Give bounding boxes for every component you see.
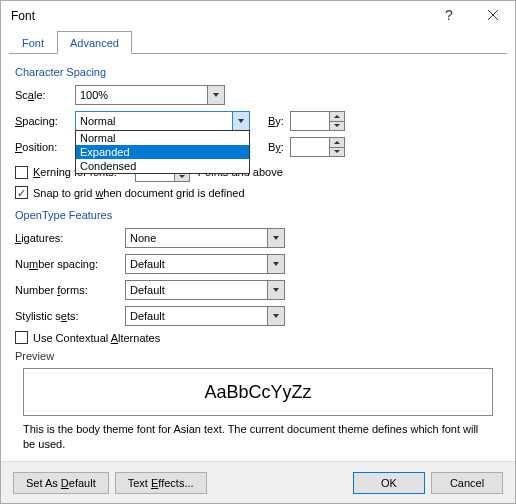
spacing-by-input[interactable]	[290, 111, 345, 131]
snap-to-grid-label: Snap to grid when document grid is defin…	[33, 187, 245, 199]
set-as-default-button[interactable]: Set As Default	[13, 472, 109, 494]
dialog-footer: Set As Default Text Effects... OK Cancel	[1, 461, 515, 503]
chevron-down-icon	[232, 112, 249, 130]
number-spacing-label: Number spacing:	[15, 258, 125, 270]
scale-value: 100%	[80, 89, 108, 101]
ok-button[interactable]: OK	[353, 472, 425, 494]
tab-advanced-label: Advanced	[70, 37, 119, 49]
chevron-down-icon	[267, 229, 284, 247]
spacing-label: Spacing:	[15, 115, 75, 127]
scale-select[interactable]: 100%	[75, 85, 225, 105]
number-spacing-value: Default	[130, 258, 165, 270]
number-forms-label: Number forms:	[15, 284, 125, 296]
spin-down-icon[interactable]	[329, 148, 344, 157]
position-by-input[interactable]	[290, 137, 345, 157]
spin-up-icon[interactable]	[329, 112, 344, 122]
ligatures-value: None	[130, 232, 156, 244]
stylistic-sets-select[interactable]: Default	[125, 306, 285, 326]
number-spacing-select[interactable]: Default	[125, 254, 285, 274]
font-dialog: Font ? Font Advanced Character Spacing S…	[0, 0, 516, 504]
chevron-down-icon	[207, 86, 224, 104]
contextual-alternates-checkbox[interactable]	[15, 331, 28, 344]
help-button[interactable]: ?	[427, 1, 471, 29]
text-effects-button[interactable]: Text Effects...	[115, 472, 207, 494]
spacing-by-label: By:	[268, 115, 284, 127]
spacing-option-normal[interactable]: Normal	[76, 131, 249, 145]
spin-down-icon[interactable]	[329, 122, 344, 131]
spacing-value: Normal	[80, 115, 115, 127]
text-effects-label: Text Effects...	[128, 477, 194, 489]
tab-font-label: Font	[22, 37, 44, 49]
spacing-select[interactable]: Normal	[75, 111, 250, 131]
snap-to-grid-checkbox[interactable]	[15, 186, 28, 199]
number-forms-value: Default	[130, 284, 165, 296]
position-by-label: By:	[268, 141, 284, 153]
ligatures-label: Ligatures:	[15, 232, 125, 244]
number-forms-select[interactable]: Default	[125, 280, 285, 300]
contextual-alternates-label: Use Contextual Alternates	[33, 332, 160, 344]
set-as-default-label: Set As Default	[26, 477, 96, 489]
preview-description: This is the body theme font for Asian te…	[23, 422, 493, 452]
stylistic-sets-label: Stylistic sets:	[15, 310, 125, 322]
chevron-down-icon	[267, 307, 284, 325]
close-icon	[488, 10, 498, 20]
chevron-down-icon	[267, 255, 284, 273]
cancel-label: Cancel	[450, 477, 484, 489]
stylistic-sets-value: Default	[130, 310, 165, 322]
spacing-option-condensed[interactable]: Condensed	[76, 159, 249, 173]
spacing-option-expanded[interactable]: Expanded	[76, 145, 249, 159]
ok-label: OK	[381, 477, 397, 489]
chevron-down-icon	[267, 281, 284, 299]
position-label: Position:	[15, 141, 75, 153]
dialog-content: Character Spacing Scale: 100% Spacing: N…	[1, 54, 515, 462]
ligatures-select[interactable]: None	[125, 228, 285, 248]
help-icon: ?	[445, 7, 453, 23]
opentype-group-label: OpenType Features	[15, 209, 501, 221]
scale-label: Scale:	[15, 89, 75, 101]
tab-advanced[interactable]: Advanced	[57, 31, 132, 54]
spin-up-icon[interactable]	[329, 138, 344, 148]
character-spacing-group-label: Character Spacing	[15, 66, 501, 78]
dialog-title: Font	[11, 9, 35, 23]
kerning-checkbox[interactable]	[15, 166, 28, 179]
preview-box: AaBbCcYyZz	[23, 368, 493, 416]
tab-font[interactable]: Font	[9, 31, 57, 54]
close-button[interactable]	[471, 1, 515, 29]
cancel-button[interactable]: Cancel	[431, 472, 503, 494]
tab-bar: Font Advanced	[1, 31, 515, 54]
preview-sample: AaBbCcYyZz	[204, 382, 311, 403]
spacing-dropdown-list: Normal Expanded Condensed	[75, 130, 250, 174]
preview-label: Preview	[15, 350, 501, 362]
titlebar: Font ?	[1, 1, 515, 31]
